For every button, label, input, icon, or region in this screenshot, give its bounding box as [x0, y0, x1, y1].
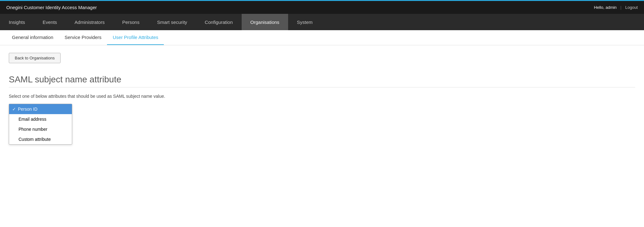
- brand-name: Onegini: [6, 5, 23, 10]
- brand-title: Onegini Customer Identity Access Manager: [6, 5, 97, 10]
- back-to-organisations-button[interactable]: Back to Organisations: [9, 53, 61, 63]
- saml-attribute-dropdown-open[interactable]: ✓ Person ID Email address Phone number C…: [9, 104, 72, 145]
- nav-item-smart-security[interactable]: Smart security: [148, 14, 196, 30]
- brand-subtitle: Customer Identity Access Manager: [23, 5, 97, 10]
- checkmark-icon: ✓: [12, 107, 16, 112]
- saml-section-title: SAML subject name attribute: [9, 75, 635, 85]
- nav-item-administrators[interactable]: Administrators: [66, 14, 114, 30]
- attributes-section-title: ...tributes: [9, 132, 635, 142]
- content: Back to Organisations SAML subject name …: [0, 45, 644, 150]
- saml-divider: [9, 87, 635, 87]
- subtabs: General information Service Providers Us…: [0, 30, 644, 45]
- subtab-service-providers[interactable]: Service Providers: [59, 30, 107, 45]
- dropdown-option-email-label: Email address: [19, 117, 46, 122]
- saml-attribute-dropdown-wrapper: ✓ Person ID Email address Phone number C…: [9, 104, 72, 113]
- nav-item-events[interactable]: Events: [34, 14, 66, 30]
- nav-item-persons[interactable]: Persons: [113, 14, 148, 30]
- nav-item-organisations[interactable]: Organisations: [242, 14, 288, 30]
- subtab-user-profile[interactable]: User Profile Attributes: [107, 30, 164, 45]
- topbar-right: Hello, admin | Logout: [594, 5, 638, 10]
- dropdown-option-email[interactable]: Email address: [9, 114, 72, 124]
- dropdown-option-phone-label: Phone number: [19, 127, 47, 132]
- main-scroll: Back to Organisations SAML subject name …: [0, 45, 644, 227]
- subtab-general[interactable]: General information: [6, 30, 59, 45]
- saml-description: Select one of below attributes that shou…: [9, 94, 635, 99]
- topbar-divider: |: [620, 5, 621, 10]
- dropdown-option-custom-label: Custom attribute: [19, 137, 51, 142]
- navbar: Insights Events Administrators Persons S…: [0, 14, 644, 30]
- greeting-text: Hello, admin: [594, 5, 617, 10]
- dropdown-option-person-id[interactable]: ✓ Person ID: [9, 104, 72, 114]
- nav-item-insights[interactable]: Insights: [0, 14, 34, 30]
- dropdown-option-person-id-label: Person ID: [18, 107, 37, 112]
- topbar: Onegini Customer Identity Access Manager…: [0, 0, 644, 14]
- dropdown-option-custom[interactable]: Custom attribute: [9, 134, 72, 144]
- dropdown-option-phone[interactable]: Phone number: [9, 124, 72, 134]
- logout-link[interactable]: Logout: [625, 5, 638, 10]
- nav-item-configuration[interactable]: Configuration: [196, 14, 241, 30]
- nav-item-system[interactable]: System: [288, 14, 321, 30]
